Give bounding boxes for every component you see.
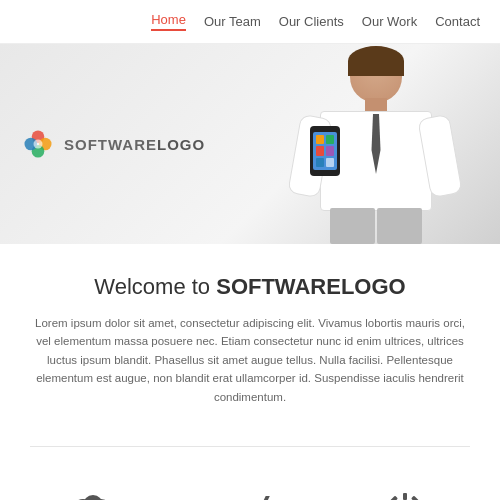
cloud-icon: [28, 487, 159, 500]
nav-contact[interactable]: Contact: [435, 14, 480, 29]
welcome-heading: Welcome to SOFTWARELOGO: [30, 274, 470, 300]
hero-logo: SOFTWARELOGO: [20, 126, 205, 162]
hero-person: [290, 46, 460, 244]
nav-home[interactable]: Home: [151, 12, 186, 31]
gear-icon: [341, 487, 472, 500]
welcome-body: Lorem ipsum dolor sit amet, consectetur …: [35, 314, 465, 406]
logo-text: SOFTWARELOGO: [64, 136, 205, 153]
nav-our-clients[interactable]: Our Clients: [279, 14, 344, 29]
svg-rect-12: [403, 493, 407, 500]
feature-cloud: LOREM IPSUM Lorem ipsum dolor sit amet, …: [20, 477, 167, 500]
hero-section: SOFTWARELOGO: [0, 44, 500, 244]
svg-rect-19: [411, 496, 419, 500]
section-divider: [30, 446, 470, 447]
nav-our-work[interactable]: Our Work: [362, 14, 417, 29]
feature-code: </> LOREM IPSUM Lorem ipsum dolor sit am…: [177, 477, 324, 500]
navbar: Home Our Team Our Clients Our Work Conta…: [0, 0, 500, 44]
logo-icon: [20, 126, 56, 162]
svg-text:</>: </>: [226, 488, 278, 500]
features-section: LOREM IPSUM Lorem ipsum dolor sit amet, …: [0, 467, 500, 500]
code-icon: </>: [185, 487, 316, 500]
svg-point-8: [83, 495, 103, 500]
nav-our-team[interactable]: Our Team: [204, 14, 261, 29]
svg-point-4: [34, 140, 43, 149]
feature-gear: LOREM IPSUM Lorem ipsum dolor sit amet, …: [333, 477, 480, 500]
svg-rect-16: [390, 496, 398, 500]
welcome-section: Welcome to SOFTWARELOGO Lorem ipsum dolo…: [0, 244, 500, 426]
